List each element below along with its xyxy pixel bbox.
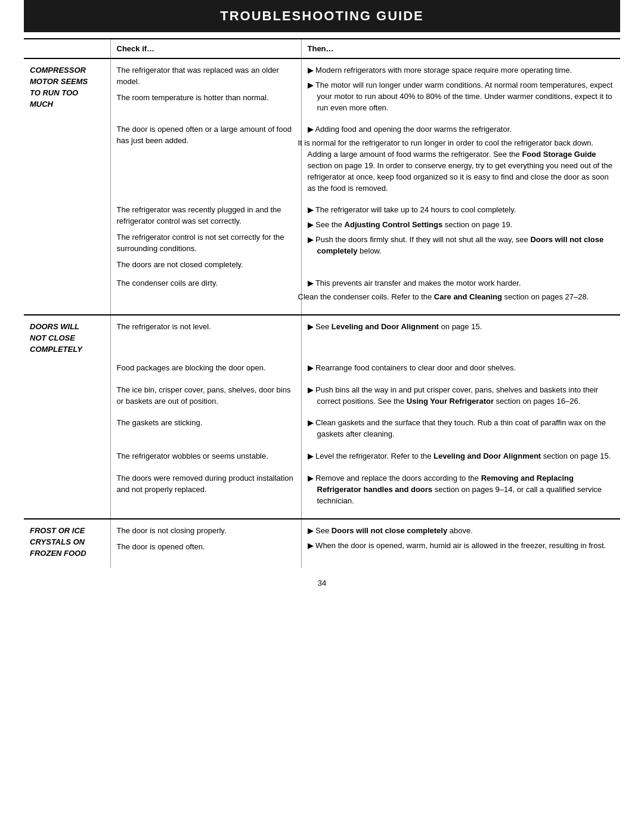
check-cell: The ice bin, crisper cover, pans, shelve… xyxy=(110,381,301,415)
troubleshooting-table: Check if… Then… COMPRESSORMOTOR SEEMSTO … xyxy=(24,38,620,568)
check-cell: The refrigerator wobbles or seems unstab… xyxy=(110,447,301,469)
then-cell: ▶ See Leveling and Door Alignment on pag… xyxy=(301,315,620,359)
page-title: TROUBLESHOOTING GUIDE xyxy=(24,0,620,32)
check-cell: The refrigerator is not level. xyxy=(110,315,301,359)
then-cell: ▶ See Doors will not close completely ab… xyxy=(301,519,620,568)
col-label-header xyxy=(24,39,110,58)
table-row: COMPRESSORMOTOR SEEMSTO RUN TOOMUCHThe r… xyxy=(24,58,620,120)
section-label: DOORS WILLNOT CLOSECOMPLETELY xyxy=(24,315,110,359)
then-item: ▶ This prevents air transfer and makes t… xyxy=(308,278,615,303)
then-item: ▶ Remove and replace the doors according… xyxy=(308,473,615,507)
then-item: ▶ The motor will run longer under warm c… xyxy=(308,80,615,114)
check-cell: The door is not closing properly.The doo… xyxy=(110,519,301,568)
table-row: The gaskets are sticking.▶ Clean gaskets… xyxy=(24,414,620,447)
then-item: ▶ Clean gaskets and the surface that the… xyxy=(308,418,615,440)
then-cell: ▶ Adding food and opening the door warms… xyxy=(301,120,620,201)
then-cell: ▶ Push bins all the way in and put crisp… xyxy=(301,381,620,415)
table-row: The condenser coils are dirty.▶ This pre… xyxy=(24,274,620,316)
then-item: ▶ See Leveling and Door Alignment on pag… xyxy=(308,321,615,333)
then-cell: ▶ This prevents air transfer and makes t… xyxy=(301,274,620,316)
then-cell: ▶ Clean gaskets and the surface that the… xyxy=(301,414,620,447)
then-cell: ▶ Modern refrigerators with more storage… xyxy=(301,58,620,120)
col-check-header: Check if… xyxy=(110,39,301,58)
section-label xyxy=(24,414,110,447)
check-cell: The condenser coils are dirty. xyxy=(110,274,301,316)
section-label xyxy=(24,381,110,415)
section-label xyxy=(24,469,110,520)
then-item: ▶ See the Adjusting Control Settings sec… xyxy=(308,219,615,231)
page-number: 34 xyxy=(24,579,620,587)
then-item: ▶ Push bins all the way in and put crisp… xyxy=(308,385,615,407)
table-row: FROST OR ICECRYSTALS ONFROZEN FOODThe do… xyxy=(24,519,620,568)
then-cell: ▶ Remove and replace the doors according… xyxy=(301,469,620,520)
then-cell: ▶ Rearrange food containers to clear doo… xyxy=(301,359,620,381)
section-label xyxy=(24,359,110,381)
then-item: ▶ Level the refrigerator. Refer to the L… xyxy=(308,451,615,462)
col-then-header: Then… xyxy=(301,39,620,58)
then-item: ▶ Adding food and opening the door warms… xyxy=(308,124,615,194)
section-label xyxy=(24,120,110,201)
then-item: ▶ When the door is opened, warm, humid a… xyxy=(308,540,615,552)
table-row: The door is opened often or a large amou… xyxy=(24,120,620,201)
then-item: ▶ See Doors will not close completely ab… xyxy=(308,525,615,537)
check-cell: The doors were removed during product in… xyxy=(110,469,301,520)
section-label: FROST OR ICECRYSTALS ONFROZEN FOOD xyxy=(24,519,110,568)
then-item: ▶ Push the doors firmly shut. If they wi… xyxy=(308,234,615,257)
section-label xyxy=(24,201,110,274)
then-cell: ▶ The refrigerator will take up to 24 ho… xyxy=(301,201,620,274)
table-row: The doors were removed during product in… xyxy=(24,469,620,520)
check-cell: The gaskets are sticking. xyxy=(110,414,301,447)
check-cell: The refrigerator was recently plugged in… xyxy=(110,201,301,274)
then-item: ▶ Modern refrigerators with more storage… xyxy=(308,65,615,76)
then-item: ▶ The refrigerator will take up to 24 ho… xyxy=(308,205,615,216)
then-cell: ▶ Level the refrigerator. Refer to the L… xyxy=(301,447,620,469)
then-item: ▶ Rearrange food containers to clear doo… xyxy=(308,363,615,374)
check-cell: The door is opened often or a large amou… xyxy=(110,120,301,201)
check-cell: Food packages are blocking the door open… xyxy=(110,359,301,381)
section-label xyxy=(24,447,110,469)
section-label xyxy=(24,274,110,316)
table-row: The ice bin, crisper cover, pans, shelve… xyxy=(24,381,620,415)
section-label: COMPRESSORMOTOR SEEMSTO RUN TOOMUCH xyxy=(24,58,110,120)
table-row: The refrigerator was recently plugged in… xyxy=(24,201,620,274)
table-row: DOORS WILLNOT CLOSECOMPLETELYThe refrige… xyxy=(24,315,620,359)
check-cell: The refrigerator that was replaced was a… xyxy=(110,58,301,120)
table-row: Food packages are blocking the door open… xyxy=(24,359,620,381)
table-row: The refrigerator wobbles or seems unstab… xyxy=(24,447,620,469)
